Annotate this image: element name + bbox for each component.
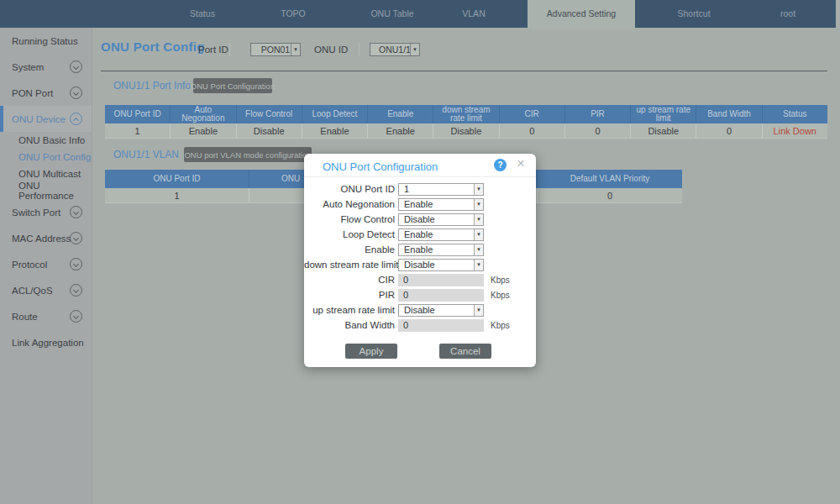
sidebar-item-onu-multicast[interactable]: ONU Multicast [0, 165, 92, 182]
enable-select[interactable]: Enable▼ [398, 244, 484, 256]
sidebar-item-switch-port[interactable]: Switch Port [0, 199, 92, 225]
sidebar-item-onu-device[interactable]: ONU Device [0, 106, 92, 132]
chevron-glyph [73, 235, 79, 241]
apply-button[interactable]: Apply [345, 344, 397, 359]
loop-detect-select[interactable]: Enable▼ [398, 228, 484, 241]
tab-vlan[interactable]: VLAN [462, 0, 485, 28]
field-label: Enable [304, 244, 395, 255]
sidebar-item-label: Running Status [12, 36, 78, 46]
column-header-up-stream-rate-limit: up stream rate limit [631, 105, 696, 123]
onu-port-vlan-mode-configuration-button[interactable]: ONU port VLAN mode configuration [184, 147, 312, 162]
port-id-value: PON01 [261, 45, 290, 55]
sidebar-item-route[interactable]: Route [0, 303, 92, 329]
sidebar-item-onu-performance[interactable]: ONU Performance [0, 182, 92, 199]
field-label: up stream rate limit [304, 305, 395, 315]
tab-onu-table[interactable]: ONU Table [370, 0, 413, 28]
sidebar-item-label: Link Aggregation [12, 338, 84, 348]
dialog-divider [304, 176, 536, 177]
select-value: Disable [404, 305, 435, 315]
close-icon[interactable]: × [513, 156, 528, 171]
column-header-onu-port-id: ONU Port ID [105, 105, 171, 123]
onu-port-configuration-button[interactable]: ONU Port Configuration [193, 78, 272, 93]
sidebar-item-link-aggregation[interactable]: Link Aggregation [0, 329, 92, 355]
chevron-down-icon [70, 206, 82, 218]
sidebar-item-mac-address[interactable]: MAC Address [0, 225, 92, 251]
cancel-button[interactable]: Cancel [439, 344, 491, 359]
sidebar-item-onu-port-config[interactable]: ONU Port Config [0, 149, 92, 165]
dialog-fields: ONU Port ID1▼Auto NegonationEnable▼Flow … [304, 181, 536, 333]
tab-root[interactable]: root [780, 0, 795, 28]
auto-negonation-select[interactable]: Enable▼ [398, 198, 484, 211]
onu-port-id-select[interactable]: 1▼ [398, 183, 484, 196]
table-cell: Disable [237, 123, 302, 138]
onu-id-value: ONU1/1 [379, 45, 411, 55]
flow-control-select[interactable]: Disable▼ [398, 213, 484, 226]
sidebar: Running StatusSystemPON PortONU DeviceON… [0, 28, 92, 504]
chevron-down-icon [70, 60, 82, 73]
table-cell: Disable [433, 123, 499, 138]
table-cell: 0 [538, 188, 682, 202]
chevron-up-icon [70, 113, 82, 125]
tab-topo[interactable]: TOPO [281, 0, 306, 28]
chevron-down-icon [70, 258, 82, 270]
sidebar-item-protocol[interactable]: Protocol [0, 251, 92, 277]
table-cell: 0 [565, 123, 631, 138]
sidebar-item-label: ONU Device [12, 114, 66, 124]
sidebar-item-acl-qos[interactable]: ACL/QoS [0, 277, 92, 303]
tab-status[interactable]: Status [190, 0, 215, 28]
sidebar-item-onu-basic-info[interactable]: ONU Basic Info [0, 132, 92, 149]
column-header-onu-port-id: ONU Port ID [105, 170, 249, 188]
sidebar-item-label: Route [12, 312, 38, 322]
divider [359, 43, 360, 56]
chevron-down-icon: ▼ [474, 305, 483, 316]
dialog-field-row: EnableEnable▼ [304, 242, 536, 257]
table-cell: 1 [105, 188, 249, 202]
select-value: Disable [404, 214, 435, 224]
sidebar-item-label: Switch Port [12, 207, 60, 218]
chevron-down-icon: ▼ [474, 199, 483, 210]
help-icon[interactable]: ? [494, 159, 507, 171]
sidebar-item-running-status[interactable]: Running Status [0, 28, 92, 54]
field-label: PIR [304, 290, 395, 300]
pir-input[interactable]: 0 [398, 289, 484, 302]
sidebar-item-system[interactable]: System [0, 54, 92, 80]
column-header-loop-detect: Loop Detect [302, 105, 368, 123]
sidebar-item-label: Protocol [12, 260, 47, 270]
onu-id-select[interactable]: ONU1/1 ▼ [370, 43, 420, 56]
port-id-select[interactable]: PON01 ▼ [250, 43, 301, 56]
chevron-down-icon: ▼ [474, 184, 483, 195]
chevron-down-icon: ▼ [291, 44, 300, 55]
dialog-field-row: Band Width0Kbps [304, 318, 536, 333]
select-value: Enable [404, 229, 433, 239]
header-divider [101, 71, 827, 71]
column-header-status: Status [763, 105, 827, 123]
down-stream-rate-limit-select[interactable]: Disable▼ [398, 259, 484, 271]
sidebar-item-pon-port[interactable]: PON Port [0, 80, 92, 106]
field-label: ONU Port ID [304, 184, 395, 194]
top-navigation: StatusTOPOONU TableVLANAdvanced SettingS… [0, 0, 836, 28]
table-cell: Enable [171, 123, 236, 138]
field-label: Auto Negonation [304, 199, 395, 209]
band-width-input[interactable]: 0 [398, 319, 484, 332]
column-header-default-vlan-priority: Default VLAN Priority [538, 170, 682, 188]
table-row: 1EnableDisableEnableEnableDisable00Disab… [105, 123, 827, 139]
up-stream-rate-limit-select[interactable]: Disable▼ [398, 304, 484, 317]
select-value: Disable [404, 260, 435, 270]
port-id-label: Port ID [198, 45, 228, 55]
sidebar-item-label: ONU Multicast [18, 169, 81, 179]
section-heading-vlan: ONU1/1 VLAN [113, 149, 179, 160]
chevron-down-icon [70, 310, 82, 323]
chevron-glyph [73, 118, 79, 123]
chevron-down-icon [70, 232, 82, 244]
field-label: Flow Control [304, 214, 395, 224]
chevron-down-icon: ▼ [410, 44, 419, 55]
chevron-down-icon: ▼ [474, 214, 483, 225]
sidebar-item-label: PON Port [12, 88, 53, 98]
dialog-field-row: down stream rate limitDisable▼ [304, 257, 536, 272]
dialog-field-row: CIR0Kbps [304, 272, 536, 287]
tab-advanced-setting[interactable]: Advanced Setting [547, 0, 616, 28]
chevron-down-icon [70, 87, 82, 99]
dialog-field-row: Loop DetectEnable▼ [304, 227, 536, 242]
tab-shortcut[interactable]: Shortcut [677, 0, 710, 28]
cir-input[interactable]: 0 [398, 274, 484, 286]
